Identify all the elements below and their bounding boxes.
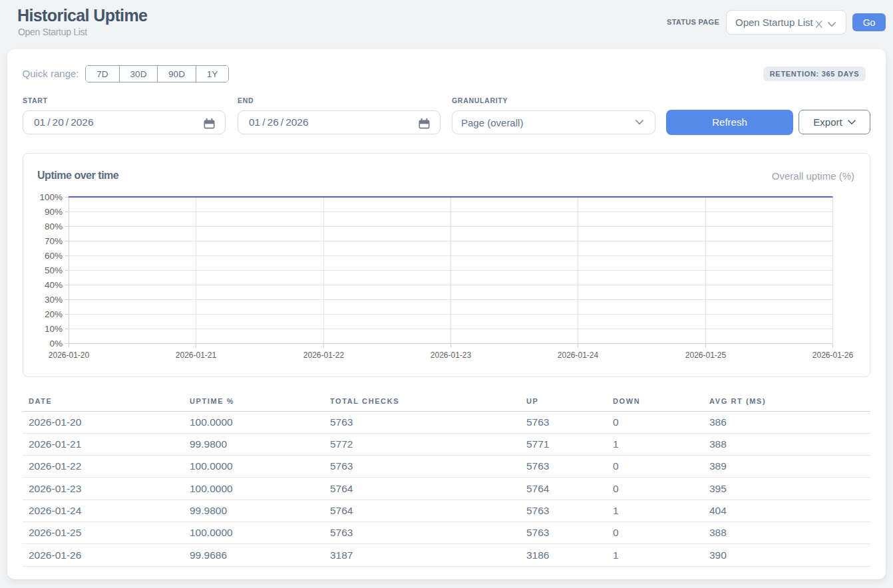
svg-text:0%: 0%: [49, 339, 63, 349]
svg-text:2026-01-26: 2026-01-26: [812, 351, 854, 360]
svg-text:2026-01-22: 2026-01-22: [303, 351, 345, 360]
svg-text:60%: 60%: [45, 251, 63, 261]
svg-text:2026-01-23: 2026-01-23: [431, 351, 472, 360]
svg-text:20%: 20%: [45, 309, 63, 319]
svg-text:50%: 50%: [45, 265, 63, 275]
svg-text:30%: 30%: [45, 295, 63, 305]
svg-text:100%: 100%: [39, 192, 63, 202]
svg-text:40%: 40%: [45, 280, 63, 290]
svg-text:70%: 70%: [45, 236, 63, 246]
svg-text:2026-01-25: 2026-01-25: [685, 351, 727, 360]
svg-text:2026-01-24: 2026-01-24: [558, 351, 599, 360]
svg-text:2026-01-20: 2026-01-20: [49, 351, 90, 360]
svg-text:80%: 80%: [45, 221, 63, 231]
svg-text:10%: 10%: [45, 324, 63, 334]
svg-text:2026-01-21: 2026-01-21: [176, 351, 217, 360]
svg-text:90%: 90%: [45, 207, 63, 217]
